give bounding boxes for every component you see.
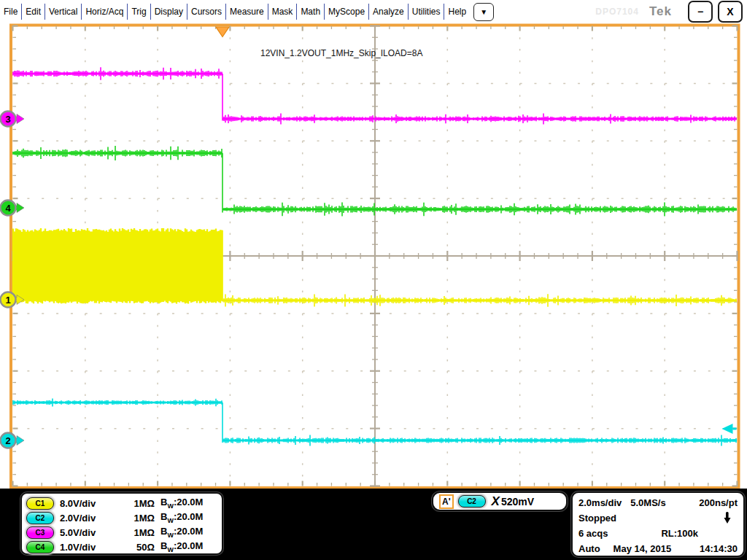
c1-bw-sub: W	[167, 502, 174, 510]
waveform-label: 12VIN_1.2VOUT_1MHz_Skip_ILOAD=8A	[260, 48, 422, 58]
channel-readouts-box[interactable]: C1 8.0V/div 1MΩ BW:20.0M C2 2.0V/div 1MΩ…	[20, 492, 223, 555]
c2-scale: 2.0V/div	[60, 513, 96, 524]
channel-c4-position-marker[interactable]: 4	[1, 201, 25, 216]
c2-bw-b: B	[160, 511, 167, 522]
channel-c1-badge[interactable]: C1	[26, 497, 54, 510]
c2-impedance: 1MΩ	[121, 513, 155, 524]
trigger-channel-badge: C2	[458, 495, 486, 508]
horizontal-readout-box[interactable]: 2.0ms/div 5.0MS/s 200ns/pt Stopped 6 acq…	[571, 491, 745, 557]
c3-bw-b: B	[160, 526, 167, 537]
horizontal-row-1: 2.0ms/div 5.0MS/s 200ns/pt	[578, 495, 738, 510]
channel-readout-row-c3[interactable]: C3 5.0V/div 1MΩ BW:20.0M	[26, 525, 216, 540]
minimize-button[interactable]: −	[688, 1, 713, 23]
c3-scale: 5.0V/div	[60, 527, 96, 538]
arrow-down-indicator-icon	[723, 512, 732, 524]
menu-trig[interactable]: Trig	[127, 4, 150, 20]
c2-bw-sub: W	[167, 517, 174, 524]
date-value: May 14, 2015	[614, 543, 672, 554]
c4-bw-b: B	[160, 540, 167, 551]
c3-impedance: 1MΩ	[121, 527, 155, 538]
channel-c3-badge[interactable]: C3	[26, 526, 54, 539]
menu-bar: File Edit Vertical Horiz/Acq Trig Displa…	[0, 0, 747, 23]
trigger-source-badge: A'	[439, 494, 454, 509]
c4-impedance: 50Ω	[121, 542, 155, 553]
c2-bandwidth: BW:20.0M	[160, 511, 216, 524]
trigger-mode-value: Auto	[578, 543, 600, 554]
channel-c2-position-marker[interactable]: 2	[1, 433, 25, 448]
channel-readout-row-c4[interactable]: C4 1.0V/div 50Ω BW:20.0M	[26, 540, 216, 554]
close-icon: X	[727, 6, 733, 18]
c3-bw-sub: W	[167, 532, 174, 539]
acquisition-state: Stopped	[578, 513, 616, 524]
menu-measure[interactable]: Measure	[225, 4, 268, 20]
minimize-icon: −	[697, 6, 703, 18]
readout-bar: C1 8.0V/div 1MΩ BW:20.0M C2 2.0V/div 1MΩ…	[0, 489, 747, 560]
menu-display[interactable]: Display	[150, 4, 187, 20]
c3-bw-value: :20.0M	[174, 526, 203, 537]
sample-rate-value: 5.0MS/s	[630, 497, 665, 508]
channel-c2-badge[interactable]: C2	[26, 512, 54, 524]
waveform-display[interactable]: 1234	[0, 0, 747, 560]
c4-bandwidth: BW:20.0M	[160, 540, 216, 553]
tek-logo: Tek	[649, 4, 672, 19]
menu-utilities[interactable]: Utilities	[408, 4, 444, 20]
svg-text:2: 2	[5, 435, 10, 446]
c1-impedance: 1MΩ	[121, 498, 155, 509]
c2-bw-value: :20.0M	[174, 511, 203, 522]
trigger-position-marker[interactable]	[216, 27, 229, 37]
c4-scale: 1.0V/div	[60, 542, 96, 553]
model-label: DPO7104	[595, 7, 639, 17]
record-length-value: RL:100k	[661, 528, 698, 539]
menu-vertical[interactable]: Vertical	[44, 4, 81, 20]
c1-bandwidth: BW:20.0M	[160, 497, 216, 510]
trigger-level-value: 520mV	[501, 496, 534, 508]
c1-bw-b: B	[160, 497, 167, 508]
acquisitions-count: 6 acqs	[578, 528, 608, 539]
menu-myscope[interactable]: MyScope	[324, 4, 368, 20]
resolution-value: 200ns/pt	[699, 497, 738, 508]
trigger-readout-box[interactable]: A' C2 X 520mV	[432, 491, 568, 511]
channel-c3-position-marker[interactable]: 3	[1, 112, 25, 127]
horizontal-row-4: Auto May 14, 2015 14:14:30	[578, 541, 738, 556]
svg-text:4: 4	[5, 203, 11, 214]
svg-text:3: 3	[5, 114, 10, 125]
menu-mask[interactable]: Mask	[268, 4, 297, 20]
menu-horiz-acq[interactable]: Horiz/Acq	[81, 4, 127, 20]
menu-cursors[interactable]: Cursors	[187, 4, 225, 20]
c1-scale: 8.0V/div	[60, 498, 96, 509]
menu-math[interactable]: Math	[296, 4, 324, 20]
c3-bandwidth: BW:20.0M	[160, 526, 216, 539]
channel-c4-badge[interactable]: C4	[26, 541, 54, 553]
channel-readout-row-c2[interactable]: C2 2.0V/div 1MΩ BW:20.0M	[26, 510, 216, 525]
time-value: 14:14:30	[700, 543, 738, 554]
horizontal-row-2: Stopped	[578, 510, 738, 526]
c1-bw-value: :20.0M	[174, 497, 203, 508]
trigger-level-marker[interactable]	[722, 424, 737, 434]
trigger-slope-icon: X	[492, 494, 500, 509]
menu-file[interactable]: File	[0, 4, 21, 20]
svg-text:1: 1	[5, 295, 10, 306]
menu-help[interactable]: Help	[444, 4, 470, 20]
c4-bw-value: :20.0M	[174, 540, 203, 551]
menu-edit[interactable]: Edit	[21, 4, 44, 20]
menu-overflow-button[interactable]: ▼	[473, 3, 494, 21]
chevron-down-icon: ▼	[480, 8, 487, 16]
timebase-value: 2.0ms/div	[578, 497, 622, 508]
close-button[interactable]: X	[718, 1, 743, 23]
horizontal-row-3: 6 acqs RL:100k	[578, 526, 738, 541]
channel-readout-row-c1[interactable]: C1 8.0V/div 1MΩ BW:20.0M	[26, 496, 216, 510]
c4-bw-sub: W	[167, 546, 174, 553]
menu-analyze[interactable]: Analyze	[368, 4, 408, 20]
